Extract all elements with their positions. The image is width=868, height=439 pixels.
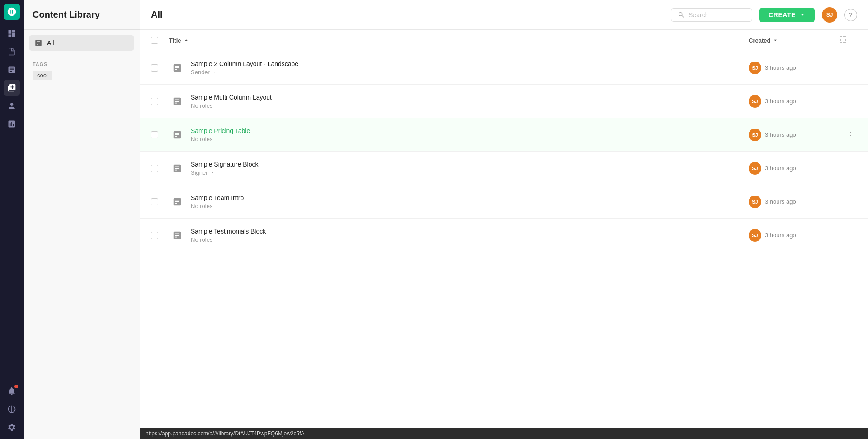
- app-logo[interactable]: [4, 4, 20, 20]
- row-check-5[interactable]: [151, 232, 158, 239]
- select-all-col: [151, 37, 169, 44]
- row-avatar-3: SJ: [749, 162, 761, 175]
- row-checkbox-2: [151, 131, 169, 138]
- row-checkbox-4: [151, 198, 169, 205]
- nav-settings[interactable]: [4, 419, 20, 435]
- create-dropdown-icon: [799, 12, 806, 18]
- page-title: All: [151, 10, 664, 20]
- subtitle-dropdown-icon-3: [210, 170, 215, 175]
- row-avatar-2: SJ: [749, 129, 761, 141]
- row-check-2[interactable]: [151, 131, 158, 138]
- tags-label: TAGS: [33, 62, 131, 67]
- sidebar-nav: All: [24, 30, 140, 56]
- row-checkbox-5: [151, 232, 169, 239]
- row-time-5: 3 hours ago: [765, 232, 796, 239]
- columns-icon[interactable]: [839, 35, 847, 43]
- row-info-1: Sample Multi Column Layout No roles: [191, 94, 749, 109]
- table-rows-container: ⠿ Sample 2 Column Layout - Landscape Sen…: [140, 51, 868, 252]
- subtitle-dropdown-icon-0: [212, 69, 217, 75]
- row-time-1: 3 hours ago: [765, 98, 796, 105]
- row-title-3[interactable]: Sample Signature Block: [191, 161, 749, 168]
- search-icon: [678, 11, 685, 19]
- notification-badge: [14, 385, 18, 388]
- tag-cool[interactable]: cool: [33, 71, 52, 80]
- row-title-2[interactable]: Sample Pricing Table: [191, 127, 749, 134]
- table-row[interactable]: ⠿ Sample 2 Column Layout - Landscape Sen…: [140, 51, 868, 85]
- help-button[interactable]: ?: [844, 9, 857, 21]
- row-subtitle-1: No roles: [191, 102, 749, 109]
- created-sort-icon: [772, 37, 778, 43]
- row-subtitle-0: Sender: [191, 69, 749, 76]
- table-row[interactable]: ⠿ Sample Team Intro No roles SJ 3 hours …: [140, 185, 868, 219]
- row-info-2: Sample Pricing Table No roles: [191, 127, 749, 143]
- row-info-0: Sample 2 Column Layout - Landscape Sende…: [191, 60, 749, 76]
- create-button[interactable]: CREATE: [760, 8, 815, 22]
- row-check-0[interactable]: [151, 64, 158, 72]
- content-icon-1: [169, 93, 185, 110]
- row-title-1[interactable]: Sample Multi Column Layout: [191, 94, 749, 101]
- row-check-3[interactable]: [151, 165, 158, 172]
- content-icon-3: [169, 160, 185, 177]
- nav-content-library[interactable]: [4, 80, 20, 96]
- nav-notifications[interactable]: [4, 383, 20, 399]
- row-time-3: 3 hours ago: [765, 165, 796, 172]
- status-bar: https://app.pandadoc.com/a/#/library/DtA…: [140, 428, 868, 439]
- sidebar-header: Content Library: [24, 0, 140, 30]
- row-avatar-1: SJ: [749, 95, 761, 108]
- user-avatar[interactable]: SJ: [822, 7, 837, 23]
- row-subtitle-4: No roles: [191, 203, 749, 210]
- nav-analytics[interactable]: [4, 116, 20, 132]
- left-sidebar: Content Library All TAGS cool: [24, 0, 140, 439]
- select-all-checkbox[interactable]: [151, 37, 158, 44]
- col-title-header[interactable]: Title: [169, 37, 749, 44]
- sidebar-title: Content Library: [33, 10, 100, 20]
- row-checkbox-3: [151, 165, 169, 172]
- nav-dashboard[interactable]: [4, 25, 20, 42]
- top-bar: All Search CREATE SJ ?: [140, 0, 868, 30]
- search-box[interactable]: Search: [671, 8, 752, 22]
- row-title-4[interactable]: Sample Team Intro: [191, 194, 749, 201]
- table-row[interactable]: ⠿ Sample Multi Column Layout No roles SJ…: [140, 85, 868, 118]
- row-created-4: SJ 3 hours ago: [749, 196, 839, 208]
- table-area: Title Created ⠿: [140, 30, 868, 428]
- nav-integrations[interactable]: [4, 401, 20, 417]
- row-checkbox-0: [151, 64, 169, 72]
- row-info-3: Sample Signature Block Signer: [191, 161, 749, 176]
- search-placeholder: Search: [689, 11, 708, 19]
- row-avatar-5: SJ: [749, 229, 761, 242]
- row-checkbox-1: [151, 98, 169, 105]
- nav-documents[interactable]: [4, 43, 20, 60]
- row-info-4: Sample Team Intro No roles: [191, 194, 749, 210]
- kebab-menu-2[interactable]: ⋮: [844, 129, 857, 141]
- status-url: https://app.pandadoc.com/a/#/library/DtA…: [146, 430, 305, 437]
- row-check-1[interactable]: [151, 98, 158, 105]
- col-created-header[interactable]: Created: [749, 37, 839, 44]
- row-subtitle-3: Signer: [191, 169, 749, 176]
- sidebar-item-all[interactable]: All: [29, 35, 134, 51]
- row-avatar-4: SJ: [749, 196, 761, 208]
- table-header: Title Created: [140, 30, 868, 51]
- col-actions-header: [839, 35, 857, 45]
- main-content: All Search CREATE SJ ? Title: [140, 0, 868, 439]
- row-created-0: SJ 3 hours ago: [749, 62, 839, 74]
- row-time-0: 3 hours ago: [765, 64, 796, 71]
- row-info-5: Sample Testimonials Block No roles: [191, 228, 749, 243]
- row-created-5: SJ 3 hours ago: [749, 229, 839, 242]
- content-icon-2: [169, 127, 185, 143]
- row-title-5[interactable]: Sample Testimonials Block: [191, 228, 749, 235]
- row-subtitle-2: No roles: [191, 136, 749, 143]
- table-row[interactable]: ⠿ Sample Testimonials Block No roles SJ …: [140, 219, 868, 252]
- nav-templates[interactable]: [4, 62, 20, 78]
- nav-contacts[interactable]: [4, 98, 20, 114]
- row-subtitle-5: No roles: [191, 236, 749, 243]
- table-row[interactable]: ⠿ Sample Signature Block Signer SJ 3 hou…: [140, 152, 868, 185]
- content-icon-4: [169, 194, 185, 210]
- icon-rail: [0, 0, 24, 439]
- row-actions-2: ⋮: [839, 129, 857, 141]
- table-row[interactable]: ⠿ Sample Pricing Table No roles SJ 3 hou…: [140, 118, 868, 152]
- row-title-0[interactable]: Sample 2 Column Layout - Landscape: [191, 60, 749, 67]
- row-check-4[interactable]: [151, 198, 158, 205]
- sidebar-all-label: All: [47, 39, 54, 47]
- row-created-3: SJ 3 hours ago: [749, 162, 839, 175]
- sort-asc-icon: [183, 37, 189, 43]
